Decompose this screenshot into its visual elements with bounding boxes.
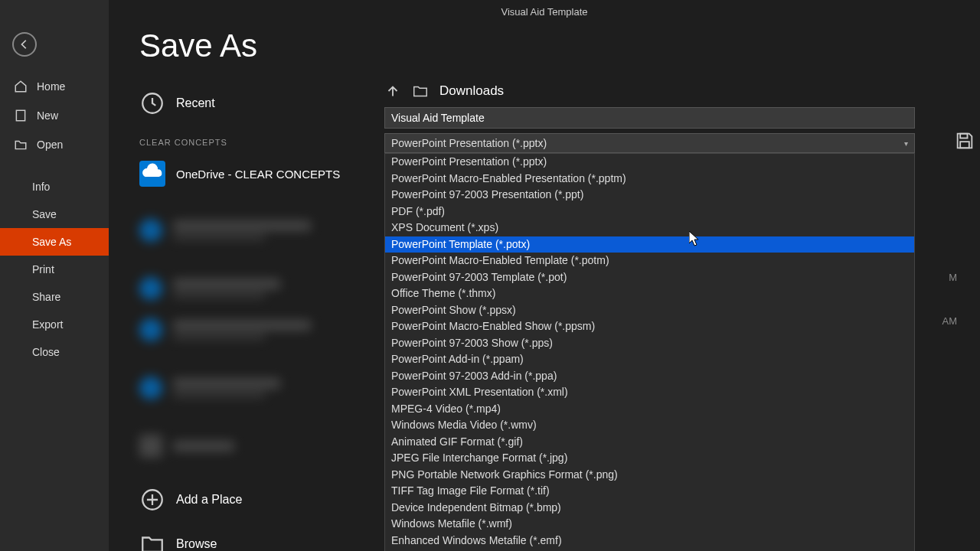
recent-icon [139, 90, 165, 116]
nav-open[interactable]: Open [0, 130, 109, 159]
add-a-place[interactable]: Add a Place [139, 478, 384, 522]
main-area: Visual Aid Template Save As Recent CLEAR… [109, 0, 980, 551]
filetype-option[interactable]: Office Theme (*.thmx) [385, 285, 914, 302]
back-arrow-icon [19, 39, 30, 50]
backstage-sidebar: Home New Open Info Save Save As Print Sh… [0, 0, 109, 551]
place-onedrive[interactable]: OneDrive - CLEAR CONCEPTS [139, 155, 384, 193]
time-fragment-2: AM [942, 315, 958, 327]
browse[interactable]: Browse [139, 522, 384, 551]
browse-label: Browse [176, 537, 217, 551]
nav-export[interactable]: Export [0, 311, 109, 338]
filetype-option[interactable]: PowerPoint Presentation (*.pptx) [385, 154, 914, 171]
filetype-option[interactable]: Windows Metafile (*.wmf) [385, 516, 914, 533]
filetype-option[interactable]: PowerPoint Show (*.ppsx) [385, 302, 914, 319]
window-title: Visual Aid Template [109, 6, 980, 18]
filetype-dropdown[interactable]: PowerPoint Presentation (*.pptx)PowerPoi… [384, 153, 915, 551]
browse-icon [139, 531, 165, 551]
onedrive-title: OneDrive - CLEAR CONCEPTS [176, 168, 340, 181]
time-fragment-1: M [949, 272, 957, 283]
svg-rect-3 [960, 134, 967, 139]
add-place-icon [139, 487, 165, 513]
back-button[interactable] [12, 32, 37, 57]
nav-open-label: Open [37, 139, 63, 151]
filetype-option[interactable]: Windows Media Video (*.wmv) [385, 417, 914, 434]
filetype-option[interactable]: PowerPoint 97-2003 Presentation (*.ppt) [385, 187, 914, 204]
new-icon [14, 109, 28, 122]
filetype-selected: PowerPoint Presentation (*.pptx) [391, 137, 547, 149]
svg-rect-4 [960, 142, 969, 148]
folder-icon [412, 83, 429, 99]
home-icon [14, 80, 28, 93]
nav-close[interactable]: Close [0, 338, 109, 366]
filetype-option[interactable]: PDF (*.pdf) [385, 204, 914, 220]
nav-home-label: Home [37, 80, 65, 93]
filetype-option[interactable]: PowerPoint 97-2003 Template (*.pot) [385, 269, 914, 286]
blurred-places [139, 193, 384, 467]
filetype-option[interactable]: PowerPoint 97-2003 Show (*.pps) [385, 335, 914, 352]
filetype-option[interactable]: PowerPoint 97-2003 Add-in (*.ppa) [385, 368, 914, 385]
filetype-option[interactable]: PowerPoint Macro-Enabled Template (*.pot… [385, 253, 914, 269]
nav-info[interactable]: Info [0, 173, 109, 201]
nav-home[interactable]: Home [0, 72, 109, 101]
places-panel: Recent CLEAR CONCEPTS OneDrive - CLEAR C… [109, 83, 384, 551]
up-folder-icon[interactable] [384, 83, 401, 99]
filetype-option[interactable]: Enhanced Windows Metafile (*.emf) [385, 533, 914, 549]
add-place-label: Add a Place [176, 493, 242, 507]
filetype-option[interactable]: PowerPoint XML Presentation (*.xml) [385, 384, 914, 401]
filetype-option[interactable]: PowerPoint Template (*.potx) [385, 236, 914, 253]
save-panel: Downloads PowerPoint Presentation (*.ppt… [384, 83, 980, 551]
save-icon [954, 130, 975, 152]
filetype-option[interactable]: TIFF Tag Image File Format (*.tif) [385, 483, 914, 500]
current-folder[interactable]: Downloads [439, 83, 504, 99]
filetype-option[interactable]: PowerPoint Add-in (*.ppam) [385, 351, 914, 368]
open-icon [14, 138, 28, 152]
nav-print[interactable]: Print [0, 256, 109, 283]
onedrive-icon [139, 161, 165, 187]
svg-rect-0 [16, 110, 24, 121]
nav-share[interactable]: Share [0, 283, 109, 311]
filetype-select[interactable]: PowerPoint Presentation (*.pptx) ▾ [384, 133, 915, 153]
filetype-option[interactable]: Device Independent Bitmap (*.bmp) [385, 500, 914, 517]
filetype-option[interactable]: JPEG File Interchange Format (*.jpg) [385, 450, 914, 467]
place-recent-label: Recent [176, 96, 215, 110]
path-bar: Downloads [384, 83, 949, 99]
cloud-section-label: CLEAR CONCEPTS [139, 138, 384, 147]
page-title: Save As [139, 28, 980, 64]
filetype-option[interactable]: MPEG-4 Video (*.mp4) [385, 401, 914, 418]
filetype-option[interactable]: Animated GIF Format (*.gif) [385, 434, 914, 451]
place-recent[interactable]: Recent [139, 83, 384, 124]
filetype-option[interactable]: XPS Document (*.xps) [385, 220, 914, 236]
filetype-option[interactable]: PowerPoint Macro-Enabled Show (*.ppsm) [385, 318, 914, 335]
filetype-option[interactable]: PowerPoint Macro-Enabled Presentation (*… [385, 171, 914, 187]
chevron-down-icon: ▾ [904, 139, 908, 148]
nav-save[interactable]: Save [0, 201, 109, 228]
filetype-option[interactable]: PNG Portable Network Graphics Format (*.… [385, 467, 914, 484]
filename-input[interactable] [384, 107, 915, 129]
nav-new[interactable]: New [0, 101, 109, 130]
nav-save-as[interactable]: Save As [0, 228, 109, 256]
nav-new-label: New [37, 109, 58, 122]
save-button[interactable] [954, 130, 975, 152]
